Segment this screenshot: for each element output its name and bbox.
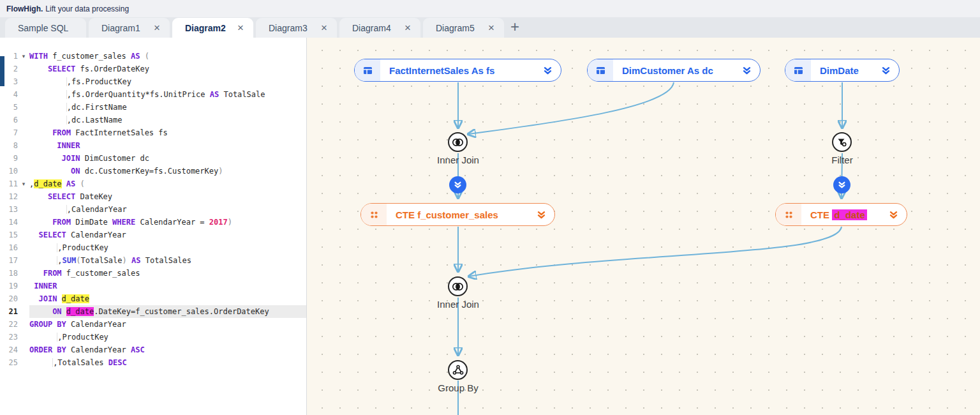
code-text: ,dc.FirstName — [29, 101, 306, 114]
cte-label-highlight: d_date — [832, 209, 866, 220]
tab-label: Diagram2 — [185, 23, 226, 33]
code-text: ,d_date AS ( — [29, 177, 306, 190]
gutter: 17 — [0, 254, 29, 267]
gutter: 24 — [0, 343, 29, 356]
tab-diagram4[interactable]: Diagram4× — [339, 18, 420, 38]
inner-join-label-2: Inner Join — [413, 299, 503, 310]
code-line-22[interactable]: 22GROUP BY CalendarYear — [0, 318, 306, 331]
gutter: 5 — [0, 101, 29, 114]
tab-diagram2[interactable]: Diagram2× — [172, 18, 253, 38]
code-line-24[interactable]: 24ORDER BY CalendarYear ASC — [0, 343, 306, 356]
code-text: ,fs.OrderQuantity*fs.UnitPrice AS TotalS… — [29, 88, 306, 101]
chevron-double-down-icon[interactable] — [537, 210, 546, 220]
fold-arrow-icon — [18, 203, 29, 216]
tab-label: Diagram4 — [352, 23, 391, 33]
inner-join-node-2[interactable] — [448, 276, 468, 296]
code-text: ,dc.LastName — [29, 114, 306, 126]
code-line-14[interactable]: 14 FROM DimDate WHERE CalendarYear = 201… — [0, 216, 306, 229]
fold-arrow-icon[interactable]: ▾ — [18, 177, 29, 190]
chevron-double-down-icon[interactable] — [881, 66, 891, 75]
scroll-indicator[interactable] — [0, 56, 4, 86]
line-number: 6 — [0, 114, 18, 126]
chevron-double-down-icon[interactable] — [742, 66, 752, 75]
code-line-18[interactable]: 18 FROM f_customer_sales — [0, 267, 306, 280]
fold-arrow-icon[interactable]: ▾ — [18, 50, 29, 63]
code-line-3[interactable]: 3 ,fs.ProductKey — [0, 75, 306, 88]
line-number: 15 — [0, 229, 18, 241]
code-text: ON dc.CustomerKey=fs.CustomerKey) — [29, 165, 306, 177]
line-number: 24 — [0, 343, 18, 356]
fold-arrow-icon — [18, 305, 29, 318]
code-line-9[interactable]: 9 JOIN DimCustomer dc — [0, 152, 306, 165]
line-number: 19 — [0, 280, 18, 292]
table-node-factinternetsales[interactable]: FactInternetSales As fs — [354, 59, 561, 82]
fold-arrow-icon — [18, 88, 29, 101]
code-line-5[interactable]: 5 ,dc.FirstName — [0, 101, 306, 114]
code-text: ,ProductKey — [29, 331, 306, 343]
code-text: SELECT CalendarYear — [29, 229, 306, 241]
brand-logo: FlowHigh. — [6, 4, 43, 13]
tab-close-icon[interactable]: × — [320, 22, 328, 33]
code-line-13[interactable]: 13 ,CalendarYear — [0, 203, 306, 216]
inner-join-label-1: Inner Join — [413, 155, 503, 165]
code-text: ON d_date.DateKey=f_customer_sales.Order… — [29, 305, 306, 318]
code-line-23[interactable]: 23 ,ProductKey — [0, 331, 306, 343]
code-text: JOIN DimCustomer dc — [29, 152, 306, 165]
code-line-12[interactable]: 12 SELECT DateKey — [0, 190, 306, 203]
code-line-11[interactable]: 11▾,d_date AS ( — [0, 177, 306, 190]
code-line-8[interactable]: 8 INNER — [0, 139, 306, 152]
tab-diagram1[interactable]: Diagram1× — [89, 18, 170, 38]
code-line-15[interactable]: 15 SELECT CalendarYear — [0, 229, 306, 241]
code-line-7[interactable]: 7 FROM FactInternetSales fs — [0, 126, 306, 139]
tab-close-icon[interactable]: × — [153, 22, 161, 33]
collapse-badge-left[interactable] — [449, 176, 466, 193]
edge-cte2-to-join2 — [469, 227, 842, 276]
code-line-20[interactable]: 20 JOIN d_date — [0, 292, 306, 305]
code-text: SELECT DateKey — [29, 190, 306, 203]
gutter: 9 — [0, 152, 29, 165]
sql-editor[interactable]: 1▾WITH f_customer_sales AS (2 SELECT fs.… — [0, 38, 307, 415]
tab-close-icon[interactable]: × — [237, 22, 244, 33]
tab-diagram3[interactable]: Diagram3× — [256, 18, 337, 38]
table-icon — [785, 59, 811, 81]
chevron-double-down-icon[interactable] — [889, 210, 898, 220]
code-line-25[interactable]: 25 ,TotalSales DESC — [0, 356, 306, 369]
fold-arrow-icon — [18, 75, 29, 88]
tab-close-icon[interactable]: × — [487, 22, 495, 33]
code-line-10[interactable]: 10 ON dc.CustomerKey=fs.CustomerKey) — [0, 165, 306, 177]
collapse-badge-right[interactable] — [833, 176, 850, 193]
code-line-17[interactable]: 17 ,SUM(TotalSale) AS TotalSales — [0, 254, 306, 267]
edge-dimcustomer-to-join1 — [468, 82, 674, 134]
tab-close-icon[interactable]: × — [404, 22, 412, 33]
line-number: 4 — [0, 88, 18, 101]
table-node-dimcustomer[interactable]: DimCustomer As dc — [587, 59, 761, 82]
filter-icon — [836, 137, 847, 147]
code-line-6[interactable]: 6 ,dc.LastName — [0, 114, 306, 126]
fold-arrow-icon — [18, 114, 29, 126]
chevron-double-down-icon[interactable] — [543, 66, 553, 75]
code-line-16[interactable]: 16 ,ProductKey — [0, 241, 306, 254]
fold-arrow-icon — [18, 254, 29, 267]
cte-node-d-date[interactable]: CTE d_date — [775, 203, 907, 226]
line-number: 20 — [0, 292, 18, 305]
table-node-dimdate[interactable]: DimDate — [785, 59, 900, 82]
code-text: ORDER BY CalendarYear ASC — [29, 343, 306, 356]
tab-sample-sql[interactable]: Sample SQL — [5, 18, 86, 38]
code-line-4[interactable]: 4 ,fs.OrderQuantity*fs.UnitPrice AS Tota… — [0, 88, 306, 101]
filter-label: Filter — [798, 155, 887, 165]
diagram-canvas[interactable]: FactInternetSales As fs DimCustomer As d… — [307, 38, 980, 415]
new-tab-button[interactable]: + — [510, 18, 519, 36]
cte-node-f-customer-sales[interactable]: CTE f_customer_sales — [360, 203, 555, 226]
tab-diagram5[interactable]: Diagram5× — [423, 18, 504, 38]
filter-node[interactable] — [832, 132, 852, 152]
code-line-19[interactable]: 19 INNER — [0, 280, 306, 292]
table-icon — [588, 59, 613, 81]
code-text: ,SUM(TotalSale) AS TotalSales — [29, 254, 306, 267]
inner-join-node-1[interactable] — [448, 132, 468, 152]
group-by-node[interactable] — [448, 360, 468, 380]
code-line-21[interactable]: 21 ON d_date.DateKey=f_customer_sales.Or… — [0, 305, 306, 318]
code-line-1[interactable]: 1▾WITH f_customer_sales AS ( — [0, 50, 306, 63]
gutter: 22 — [0, 318, 29, 331]
fold-arrow-icon — [18, 139, 29, 152]
code-line-2[interactable]: 2 SELECT fs.OrderDateKey — [0, 63, 306, 75]
